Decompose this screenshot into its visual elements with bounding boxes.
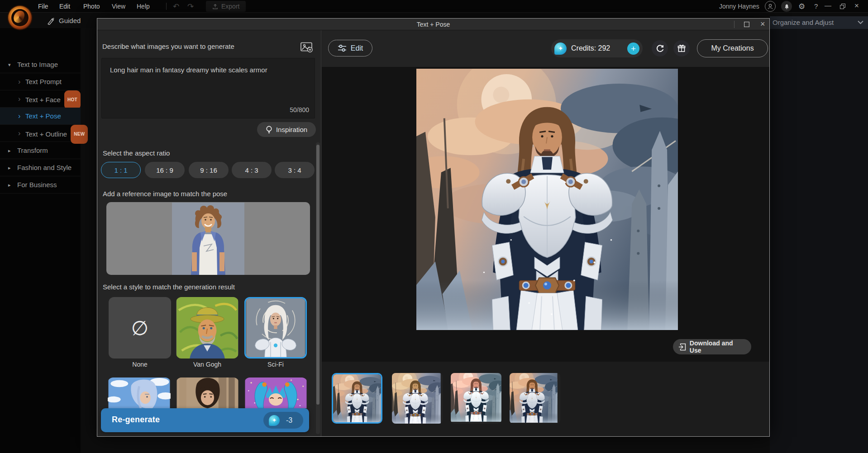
credits-pill[interactable]: ✦ Credits: 292 + bbox=[551, 39, 643, 57]
organize-and-adjust-dropdown[interactable]: Organize and Adjust bbox=[770, 16, 868, 29]
menu-view[interactable]: View bbox=[112, 0, 125, 13]
dialog-title-bar: Text + Pose bbox=[97, 19, 769, 30]
refresh-icon bbox=[656, 44, 664, 53]
char-counter: 50/800 bbox=[290, 105, 309, 114]
chevron-right-icon: › bbox=[18, 73, 20, 90]
user-name[interactable]: Jonny Haynes bbox=[719, 0, 759, 13]
dialog-controls-divider bbox=[734, 21, 734, 28]
triangle-collapsed-icon: ▸ bbox=[8, 159, 11, 176]
help-icon[interactable]: ? bbox=[814, 2, 818, 10]
sidebar-item-text-face[interactable]: › Text + FaceHOT bbox=[0, 90, 81, 108]
gift-icon bbox=[677, 44, 686, 52]
result-thumbnail-2[interactable] bbox=[392, 373, 443, 424]
sidebar-item-transform[interactable]: ▸ Transform bbox=[0, 142, 81, 159]
result-thumbnail-1-selected[interactable] bbox=[332, 373, 382, 424]
sidebar-item-text-outline[interactable]: › Text + OutlineNEW bbox=[0, 125, 81, 142]
ratio-4-3-button[interactable]: 4 : 3 bbox=[232, 162, 272, 178]
export-label: Export bbox=[221, 3, 239, 10]
menu-edit[interactable]: Edit bbox=[59, 0, 70, 13]
generated-image-preview bbox=[416, 69, 678, 330]
download-and-use-button[interactable]: Download and Use bbox=[673, 339, 751, 354]
chevron-right-icon: › bbox=[18, 90, 20, 108]
ratio-9-16-button[interactable]: 9 : 16 bbox=[189, 162, 229, 178]
sidebar-item-text-prompt[interactable]: › Text Prompt bbox=[0, 73, 81, 90]
edit-button[interactable]: Edit bbox=[328, 40, 372, 57]
chevron-right-icon: › bbox=[18, 125, 20, 142]
download-use-icon bbox=[678, 343, 686, 351]
prompt-input[interactable]: Long hair man in fantasy dreamy white sc… bbox=[101, 58, 315, 118]
prompt-label: Describe what images you want to generat… bbox=[102, 42, 234, 50]
edit-label: Edit bbox=[351, 44, 363, 52]
style-sci-fi-label: Sci-Fi bbox=[244, 361, 307, 368]
prompt-text: Long hair man in fantasy dreamy white sc… bbox=[110, 66, 267, 74]
regenerate-button[interactable]: Re-generate ✦ -3 bbox=[101, 408, 309, 432]
triangle-expanded-icon: ▾ bbox=[8, 56, 11, 73]
style-sci-fi-card[interactable] bbox=[244, 297, 307, 359]
organize-label: Organize and Adjust bbox=[773, 16, 834, 29]
undo-icon[interactable]: ↶ bbox=[173, 2, 179, 11]
dialog-maximize-button[interactable] bbox=[744, 22, 749, 27]
app-logo-icon bbox=[8, 6, 32, 29]
dialog-close-button[interactable]: × bbox=[760, 19, 765, 29]
style-none-label: None bbox=[109, 361, 171, 368]
add-credits-button[interactable]: + bbox=[627, 42, 639, 55]
application-window: File Edit Photo View Help ↶ ↷ Export Jon… bbox=[0, 0, 868, 453]
my-creations-label: My Creations bbox=[711, 44, 754, 52]
inspiration-label: Inspiration bbox=[276, 126, 307, 133]
gift-button[interactable] bbox=[673, 40, 690, 57]
ratio-16-9-button[interactable]: 16 : 9 bbox=[145, 162, 185, 178]
notifications-bell-icon[interactable] bbox=[781, 1, 792, 12]
style-van-gogh-card[interactable] bbox=[176, 297, 238, 359]
result-thumbnail-3[interactable] bbox=[451, 373, 501, 424]
download-label: Download and Use bbox=[690, 340, 746, 354]
toolbar-divider bbox=[166, 3, 167, 10]
sci-fi-thumbnail bbox=[246, 298, 305, 357]
sliders-icon bbox=[338, 44, 347, 52]
new-badge: NEW bbox=[71, 125, 88, 144]
background-panel bbox=[770, 29, 868, 453]
ratio-1-1-button[interactable]: 1 : 1 bbox=[101, 162, 141, 178]
close-window-button[interactable]: × bbox=[854, 1, 859, 10]
minimize-button[interactable]: — bbox=[825, 1, 831, 9]
tab-guided[interactable]: Guided bbox=[59, 13, 81, 28]
reference-photo bbox=[172, 203, 244, 275]
sidebar-item-text-pose[interactable]: › Text + Pose bbox=[0, 108, 81, 125]
refresh-button[interactable] bbox=[652, 40, 668, 57]
result-thumbnail-4[interactable] bbox=[510, 373, 560, 424]
sidebar-item-text-to-image[interactable]: ▾ Text to Image bbox=[0, 56, 81, 73]
regenerate-cost-pill: ✦ -3 bbox=[263, 412, 303, 429]
sidebar-item-fashion-style[interactable]: ▸ Fashion and Style bbox=[0, 159, 81, 176]
restore-button[interactable] bbox=[840, 4, 846, 9]
panel-scrollbar-thumb[interactable] bbox=[316, 145, 320, 405]
settings-gear-icon[interactable]: ⚙ bbox=[798, 2, 805, 11]
credits-label: Credits: 292 bbox=[571, 44, 623, 52]
lightbulb-icon bbox=[266, 126, 272, 134]
reference-label: Add a reference image to match the pose bbox=[103, 190, 227, 198]
credit-gem-icon: ✦ bbox=[554, 42, 567, 55]
redo-icon[interactable]: ↷ bbox=[187, 2, 194, 11]
my-creations-button[interactable]: My Creations bbox=[697, 39, 768, 57]
pose-reference-image[interactable] bbox=[106, 202, 310, 275]
menu-photo[interactable]: Photo bbox=[83, 0, 100, 13]
style-none-card[interactable]: ∅ bbox=[109, 297, 171, 359]
ratio-3-4-button[interactable]: 3 : 4 bbox=[275, 162, 315, 178]
inspiration-button[interactable]: Inspiration bbox=[257, 122, 316, 137]
style-van-gogh-label: Van Gogh bbox=[176, 361, 238, 368]
add-image-icon[interactable] bbox=[300, 42, 313, 53]
style-card-partial-2[interactable] bbox=[176, 378, 239, 408]
triangle-collapsed-icon: ▸ bbox=[8, 142, 11, 159]
hot-badge: HOT bbox=[64, 90, 81, 109]
chevron-down-icon bbox=[858, 20, 863, 24]
style-card-partial-3[interactable] bbox=[244, 378, 307, 408]
style-card-partial-1[interactable] bbox=[108, 378, 171, 408]
account-avatar-icon[interactable] bbox=[765, 1, 776, 12]
chevron-right-icon: › bbox=[18, 108, 20, 125]
aspect-ratio-label: Select the aspect ratio bbox=[103, 149, 170, 157]
guided-pen-icon bbox=[47, 17, 55, 25]
none-icon: ∅ bbox=[131, 316, 148, 340]
regenerate-cost: -3 bbox=[286, 416, 292, 425]
menu-help[interactable]: Help bbox=[137, 0, 150, 13]
export-button[interactable]: Export bbox=[206, 1, 246, 12]
sidebar-item-for-business[interactable]: ▸ For Business bbox=[0, 176, 81, 193]
menu-file[interactable]: File bbox=[38, 0, 48, 13]
